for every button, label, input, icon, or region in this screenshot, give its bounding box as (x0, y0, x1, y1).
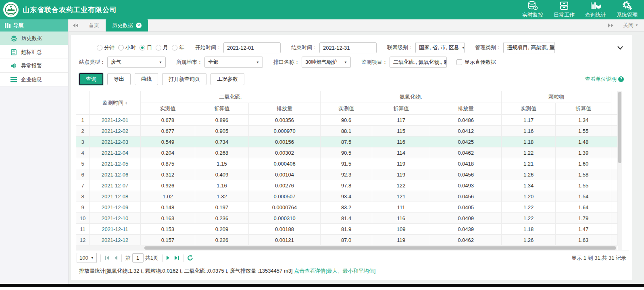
list-icon (10, 77, 17, 82)
sub-header: 实测值 (141, 103, 195, 115)
radio-year[interactable]: 年 (172, 44, 184, 51)
cell-value: 1.26 (502, 169, 556, 180)
network-level-label: 联网级别： (387, 44, 413, 51)
radio-label: 日 (147, 44, 152, 51)
monitor-items-select[interactable]: 二氧化硫., 氮氧化物., 颗粒 ▼ (390, 57, 447, 68)
chevron-down-icon: ▼ (159, 61, 162, 64)
page-size-select[interactable]: 100 ▼ (77, 253, 97, 263)
cell-value: 90.5 (321, 147, 372, 158)
table-row[interactable]: 12021-12-010.6780.8960.0035690.61170.048… (76, 115, 618, 126)
sidebar-item-history-data[interactable]: 历史数据 (0, 32, 68, 45)
query-button[interactable]: 查询 (79, 73, 103, 85)
table-row[interactable]: 42021-12-040.2040.2680.0030290.51140.046… (76, 147, 618, 158)
mee-emblem-icon (4, 3, 18, 17)
cell-index: 9 (76, 202, 90, 213)
cell-value: 0.00276 (249, 180, 321, 191)
filters-collapse-icon[interactable] (617, 46, 623, 50)
table-row[interactable]: 22021-12-020.6770.9050.00097088.11150.04… (76, 126, 618, 137)
sub-header: 实测值 (321, 103, 372, 115)
radio-minute[interactable]: 分钟 (97, 44, 115, 51)
table-header: 监测时间▲▼ 二氧化硫. 氮氧化物. 颗粒物 实测值 折算值 (76, 91, 618, 115)
nav-realtime-monitor[interactable]: 实时监控 (521, 1, 544, 19)
tabs-scroll-right-icon[interactable] (604, 23, 617, 27)
clipboard-icon (10, 49, 17, 55)
unit-note-link[interactable]: 查看单位说明 ? (585, 76, 624, 83)
direct-data-checkbox[interactable] (456, 59, 462, 65)
cell-value: 0.678 (141, 115, 195, 126)
table-row[interactable]: 112021-12-110.1530.2090.0018881.91090.04… (76, 224, 618, 235)
condition-params-button[interactable]: 工况参数 (210, 73, 244, 85)
emission-statistics: 排放量统计[氮氧化物:1.32 t, 颗粒物:0.0162 t, 二氧化硫.:0… (79, 265, 624, 275)
radio-month[interactable]: 月 (156, 44, 168, 51)
page-number-input[interactable] (132, 253, 144, 263)
nav-daily-work[interactable]: 日常工作 (553, 1, 575, 19)
table-row[interactable]: 102021-12-100.1630.2360.00031081.41160.0… (76, 213, 618, 224)
manage-type-select[interactable]: 违规项目, 高架源, 重点排 ▼ (503, 42, 555, 53)
nav-query-statistics[interactable]: 查询统计 (584, 1, 607, 19)
drawer-icon (559, 1, 569, 11)
group-pm-header: 颗粒物 (502, 91, 611, 103)
tab-history-data[interactable]: 历史数据 ✕ (106, 19, 148, 32)
cell-value: 0.0405 (430, 202, 502, 213)
cell-value: 88.1 (321, 126, 372, 137)
nav-label: 查询统计 (585, 11, 606, 19)
next-page-button[interactable] (166, 256, 170, 260)
table-row[interactable]: 122021-12-120.1570.2260.0012187.01190.04… (76, 235, 618, 246)
cell-value: 0.00356 (249, 115, 321, 126)
cell-date: 2021-12-08 (90, 191, 141, 202)
cell-value (611, 115, 618, 126)
city-select[interactable]: 全部 ▼ (204, 57, 263, 68)
site-type-select[interactable]: 废气 ▼ (107, 57, 166, 68)
end-time-input[interactable] (319, 42, 377, 53)
database-icon (527, 1, 538, 11)
cell-value: 119 (372, 158, 430, 169)
sidebar-item-enterprise-info[interactable]: 企业信息 (0, 73, 68, 86)
detail-link[interactable]: 点击查看详情[最大、最小和平均值] (294, 268, 375, 274)
sidebar-item-abnormal-alarm[interactable]: 异常报警 (0, 59, 68, 73)
open-new-query-button[interactable]: 打开新查询页 (162, 73, 206, 85)
close-tabs-menu[interactable]: 关闭 ▼ (623, 22, 638, 29)
cell-value: 0.236 (195, 213, 249, 224)
cell-value: 1.63 (556, 235, 611, 246)
sidebar-item-exceed-summary[interactable]: 超标汇总 (0, 45, 68, 59)
table-row[interactable]: 62021-12-060.3120.4090.0010492.31190.045… (76, 169, 618, 180)
radio-day[interactable]: 日 (140, 44, 152, 51)
top-nav: 实时监控 日常工作 查询统计 (521, 1, 638, 19)
cell-value: 0.0486 (430, 115, 502, 126)
network-level-select[interactable]: 国家, 省, 市, 区县 ▼ (415, 42, 465, 53)
time-col-header[interactable]: 监测时间▲▼ (90, 91, 141, 115)
cell-value: 122 (372, 180, 430, 191)
radio-hour[interactable]: 小时 (118, 44, 136, 51)
cell-value: 0.896 (195, 115, 249, 126)
table-row[interactable]: 32021-12-030.5490.7340.0015687.51160.042… (76, 137, 618, 147)
sidebar-item-label: 历史数据 (21, 35, 42, 42)
tab-close-icon[interactable]: ✕ (136, 23, 142, 28)
table-row[interactable]: 92021-12-090.1480.1970.000076483.21110.0… (76, 202, 618, 213)
refresh-button[interactable] (187, 255, 193, 261)
tabs-scroll-left-icon[interactable] (69, 23, 82, 27)
nav-system-management[interactable]: 系统管理 (616, 1, 638, 19)
direct-data-label: 显示直传数据 (465, 59, 496, 66)
table-row[interactable]: 72021-12-070.9261.160.0027697.81220.0493… (76, 180, 618, 191)
first-page-button[interactable] (104, 256, 110, 260)
table-row[interactable]: 52021-12-050.8751.150.00040691.51190.041… (76, 158, 618, 169)
cell-value (611, 126, 618, 137)
last-page-button[interactable] (174, 256, 179, 260)
cell-value: 0.905 (195, 126, 249, 137)
sub-header: 排放量 (249, 103, 321, 115)
cell-value: 0.0462 (430, 235, 502, 246)
outlet-select[interactable]: 30吨燃气锅炉 ▼ (302, 57, 351, 68)
prev-page-button[interactable] (114, 256, 118, 260)
curve-button[interactable]: 曲线 (135, 73, 158, 85)
radio-label: 年 (179, 44, 184, 51)
export-button[interactable]: 导出 (107, 73, 131, 85)
vertical-scrollbar[interactable] (618, 91, 622, 250)
vertical-scrollbar-thumb[interactable] (618, 92, 621, 163)
table-row[interactable]: 82021-12-081.021.320.00050793.41210.0456… (76, 191, 618, 202)
horizontal-scrollbar[interactable] (76, 246, 617, 250)
tab-home[interactable]: 首页 (82, 19, 106, 32)
city-label: 所属地市： (176, 59, 202, 66)
cell-value (611, 169, 618, 180)
horizontal-scrollbar-thumb[interactable] (144, 246, 616, 250)
start-time-input[interactable] (223, 42, 281, 53)
